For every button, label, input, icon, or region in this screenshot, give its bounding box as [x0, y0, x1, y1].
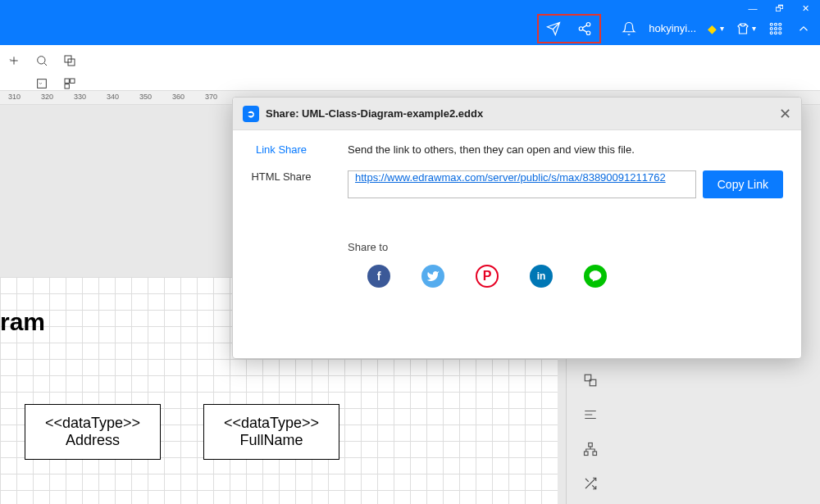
stereotype-label: <<dataType>>	[224, 415, 319, 432]
replace-icon[interactable]	[62, 53, 77, 68]
modal-tabs: Link Share HTML Share	[233, 130, 330, 358]
tab-html-share[interactable]: HTML Share	[251, 170, 311, 183]
modal-body: Link Share HTML Share Send the link to o…	[233, 130, 801, 358]
add-dropdown-icon[interactable]	[7, 53, 21, 68]
svg-point-8	[779, 27, 781, 30]
share-to-label: Share to	[348, 241, 783, 253]
svg-point-1	[579, 26, 583, 30]
svg-rect-23	[585, 452, 589, 456]
hierarchy-icon[interactable]	[579, 438, 602, 461]
window-maximize[interactable]: 🗗	[772, 3, 786, 14]
link-row: https://www.edrawmax.com/server/public/s…	[348, 170, 783, 198]
ruler-tick: 370	[205, 93, 217, 101]
share-url-input[interactable]: https://www.edrawmax.com/server/public/s…	[348, 170, 696, 198]
class-box-address[interactable]: <<dataType>> Address	[25, 404, 161, 460]
tab-link-share[interactable]: Link Share	[256, 143, 307, 156]
bell-icon[interactable]	[621, 20, 637, 37]
copy-link-button[interactable]: Copy Link	[703, 170, 783, 198]
ruler-tick: 360	[172, 93, 184, 101]
svg-rect-24	[593, 452, 597, 456]
svg-point-6	[770, 27, 772, 30]
svg-point-4	[775, 23, 777, 25]
stereotype-label: <<dataType>>	[45, 415, 140, 432]
class-name-label: Address	[45, 432, 140, 449]
diagram-title[interactable]: ram	[0, 308, 45, 336]
ruler-tick: 330	[74, 93, 86, 101]
premium-diamond-icon[interactable]: ◆	[708, 22, 717, 35]
svg-point-9	[770, 31, 772, 34]
pinterest-icon[interactable]: P	[476, 265, 499, 288]
select-icon[interactable]	[34, 76, 49, 91]
titlebar: — 🗗 ✕ hokyinyi... ◆ ▾ ▾	[0, 0, 820, 45]
window-close[interactable]: ✕	[799, 3, 812, 14]
share-modal: ➲ Share: UML-Class-Diagram-example2.eddx…	[232, 97, 802, 359]
svg-point-0	[586, 22, 590, 26]
line-icon[interactable]	[584, 265, 607, 288]
ruler-tick: 350	[139, 93, 152, 101]
shuffle-icon[interactable]	[579, 472, 602, 495]
secondary-toolbar	[0, 45, 820, 90]
app-logo-icon: ➲	[243, 106, 259, 122]
modal-close-button[interactable]: ✕	[779, 105, 791, 123]
layers-icon[interactable]	[579, 369, 602, 392]
twitter-icon[interactable]	[421, 265, 444, 288]
svg-point-5	[779, 23, 781, 25]
ruler-tick: 340	[107, 93, 119, 101]
diamond-dropdown-arrow[interactable]: ▾	[720, 24, 724, 33]
svg-rect-15	[38, 79, 47, 89]
send-icon[interactable]	[545, 20, 562, 37]
svg-point-7	[775, 27, 777, 30]
linkedin-icon[interactable]: in	[530, 265, 553, 288]
class-name-label: FullName	[224, 432, 319, 449]
modal-title: Share: UML-Class-Diagram-example2.eddx	[266, 107, 483, 120]
window-controls: — 🗗 ✕	[746, 3, 812, 14]
username-label[interactable]: hokyinyi...	[649, 22, 696, 34]
svg-point-3	[770, 23, 772, 25]
svg-rect-22	[589, 443, 593, 447]
class-box-fullname[interactable]: <<dataType>> FullName	[203, 404, 339, 460]
search-icon[interactable]	[34, 53, 49, 68]
svg-point-2	[586, 31, 590, 35]
window-minimize[interactable]: —	[746, 3, 759, 14]
align-icon[interactable]	[579, 403, 602, 426]
svg-rect-18	[65, 84, 69, 89]
svg-point-12	[38, 57, 45, 64]
facebook-icon[interactable]: f	[367, 265, 390, 288]
svg-rect-17	[71, 79, 75, 83]
svg-point-11	[779, 31, 781, 34]
share-highlight-box	[537, 14, 601, 43]
apps-grid-icon[interactable]	[768, 20, 784, 37]
ruler-tick: 320	[41, 93, 53, 101]
ruler-tick: 310	[8, 93, 20, 101]
layout-dropdown-icon[interactable]	[62, 76, 77, 91]
share-description: Send the link to others, then they can o…	[348, 143, 783, 156]
svg-point-10	[775, 31, 777, 34]
collapse-chevron-icon[interactable]	[795, 20, 812, 37]
social-row: f P in	[348, 265, 783, 288]
theme-shirt-dropdown[interactable]: ▾	[736, 21, 756, 36]
share-icon[interactable]	[576, 20, 593, 37]
modal-content: Send the link to others, then they can o…	[330, 130, 801, 358]
modal-header: ➲ Share: UML-Class-Diagram-example2.eddx…	[233, 98, 801, 130]
svg-rect-16	[65, 79, 69, 83]
